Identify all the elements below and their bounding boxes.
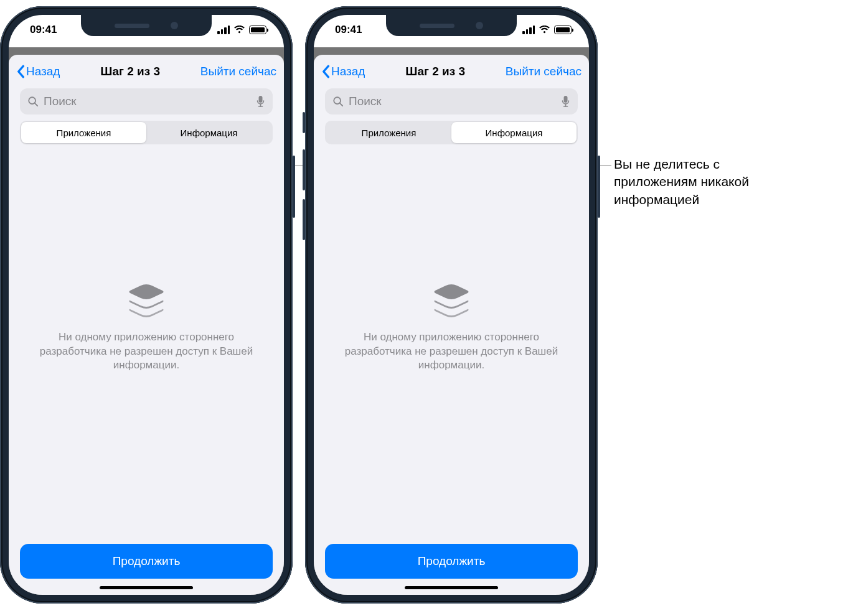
stack-icon: [125, 283, 168, 322]
tab-apps[interactable]: Приложения: [326, 122, 451, 143]
continue-button[interactable]: Продолжить: [325, 544, 578, 579]
chevron-left-icon: [321, 65, 330, 78]
home-indicator[interactable]: [100, 586, 193, 589]
tab-info[interactable]: Информация: [451, 122, 577, 143]
svg-line-6: [340, 103, 342, 106]
empty-state: Ни одному приложению стороннего разработ…: [9, 112, 284, 544]
segmented-control: Приложения Информация: [325, 121, 578, 144]
empty-text: Ни одному приложению стороннего разработ…: [336, 330, 567, 373]
back-button[interactable]: Назад: [16, 65, 60, 78]
back-label: Назад: [26, 65, 60, 78]
svg-line-1: [35, 103, 37, 106]
continue-button[interactable]: Продолжить: [20, 544, 273, 579]
svg-rect-2: [259, 96, 263, 103]
battery-icon: [249, 26, 266, 34]
page-title: Шаг 2 из 3: [100, 65, 160, 78]
nav-bar: Назад Шаг 2 из 3 Выйти сейчас: [314, 55, 589, 88]
mic-icon[interactable]: [561, 95, 570, 108]
search-field[interactable]: [20, 88, 273, 114]
wifi-icon: [233, 26, 245, 34]
search-input[interactable]: [44, 95, 251, 108]
back-button[interactable]: Назад: [321, 65, 365, 78]
phone-frame-left: 09:41 Назад: [0, 6, 293, 604]
empty-text: Ни одному приложению стороннего разработ…: [31, 330, 261, 373]
sheet: Назад Шаг 2 из 3 Выйти сейчас: [9, 55, 284, 595]
empty-state: Ни одному приложению стороннего разработ…: [314, 112, 589, 544]
callout-text: Вы не делитесь с приложениям никакой инф…: [614, 156, 749, 208]
mic-icon[interactable]: [256, 95, 265, 108]
page-title: Шаг 2 из 3: [405, 65, 465, 78]
segmented-control: Приложения Информация: [20, 121, 273, 144]
phone-notch: [386, 15, 517, 36]
search-field[interactable]: [325, 88, 578, 114]
tab-apps[interactable]: Приложения: [21, 122, 146, 143]
cellular-icon: [522, 26, 535, 34]
cellular-icon: [217, 26, 230, 34]
home-indicator[interactable]: [405, 586, 498, 589]
quit-now-button[interactable]: Выйти сейчас: [506, 65, 582, 78]
wifi-icon: [539, 26, 550, 34]
battery-icon: [554, 26, 572, 34]
nav-bar: Назад Шаг 2 из 3 Выйти сейчас: [9, 55, 284, 88]
back-label: Назад: [331, 65, 365, 78]
search-icon: [27, 96, 39, 107]
status-time: 09:41: [30, 24, 57, 36]
chevron-left-icon: [16, 65, 25, 78]
search-icon: [332, 96, 344, 107]
phone-notch: [81, 15, 212, 36]
stack-icon: [430, 283, 473, 322]
status-time: 09:41: [335, 24, 362, 36]
tab-info[interactable]: Информация: [146, 122, 271, 143]
search-input[interactable]: [349, 95, 556, 108]
quit-now-button[interactable]: Выйти сейчас: [200, 65, 276, 78]
phone-frame-right: 09:41 Назад: [305, 6, 598, 604]
svg-rect-7: [564, 96, 568, 103]
sheet: Назад Шаг 2 из 3 Выйти сейчас: [314, 55, 589, 595]
